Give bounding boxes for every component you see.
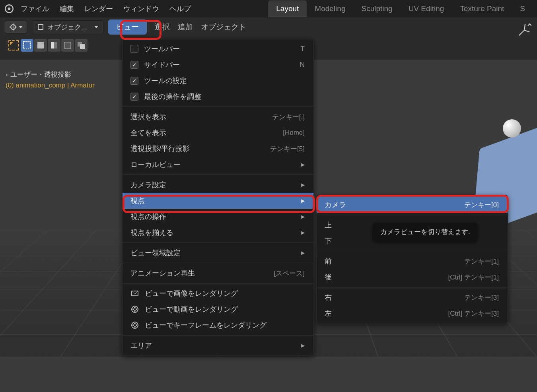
menu-item[interactable]: 前テンキー[1] bbox=[317, 253, 508, 269]
svg-rect-5 bbox=[38, 25, 43, 29]
submenu-arrow-icon: ▶ bbox=[301, 214, 305, 219]
menu-item[interactable]: ビューで画像をレンダリング bbox=[123, 285, 313, 301]
menu-item-label: ビューで動画をレンダリング bbox=[145, 305, 238, 314]
menu-item-label: 右 bbox=[325, 293, 332, 302]
menu-item[interactable]: 右テンキー[3] bbox=[317, 289, 508, 305]
topbar: ファイル 編集 レンダー ウィンドウ ヘルプ Layout Modeling S… bbox=[0, 0, 537, 17]
viewport-scene-label: animation_comp | Armatur bbox=[14, 82, 95, 89]
submenu-arrow-icon: ▶ bbox=[301, 182, 305, 188]
menu-item-shortcut: N bbox=[300, 61, 305, 69]
menu-help[interactable]: ヘルプ bbox=[169, 4, 191, 14]
object-menu[interactable]: オブジェクト bbox=[201, 22, 246, 32]
submenu-arrow-icon: ▶ bbox=[301, 162, 305, 167]
menu-separator bbox=[317, 215, 508, 215]
menu-item-label: ビューで画像をレンダリング bbox=[145, 289, 238, 298]
select-box-tool[interactable] bbox=[21, 39, 33, 52]
svg-point-15 bbox=[132, 309, 134, 310]
checkbox-icon bbox=[130, 61, 138, 69]
select-invert-tool[interactable] bbox=[48, 39, 60, 52]
render-video-icon bbox=[130, 305, 139, 314]
select-subtract-tool[interactable] bbox=[61, 39, 74, 52]
svg-point-23 bbox=[134, 326, 136, 328]
viewport-scene-prefix: (0) bbox=[6, 82, 14, 89]
mode-selector[interactable]: オブジェク... bbox=[32, 20, 103, 34]
view-menu-button[interactable]: ビュー bbox=[108, 19, 147, 35]
menu-item[interactable]: 透視投影/平行投影テンキー[5] bbox=[123, 141, 313, 157]
menu-item-label: 視点の操作 bbox=[130, 212, 166, 221]
menu-item-label: 後 bbox=[325, 272, 332, 282]
tab-uvediting[interactable]: UV Editing bbox=[401, 0, 452, 17]
menu-item-shortcut: [スペース] bbox=[274, 269, 305, 278]
object-mode-icon bbox=[37, 23, 44, 31]
checkbox-icon bbox=[130, 77, 138, 85]
select-intersect-tool[interactable] bbox=[75, 39, 88, 52]
menu-item[interactable]: サイドバーN bbox=[123, 57, 313, 73]
menu-file[interactable]: ファイル bbox=[21, 4, 49, 14]
submenu-arrow-icon: ▶ bbox=[301, 198, 305, 204]
editor-type-button[interactable] bbox=[5, 21, 27, 33]
chevron-down-icon bbox=[19, 26, 23, 28]
blender-logo-icon[interactable] bbox=[4, 4, 14, 14]
menu-window[interactable]: ウィンドウ bbox=[123, 4, 159, 14]
viewport-info-overlay: › ユーザー・透視投影 (0) animation_comp | Armatur bbox=[6, 70, 95, 89]
tab-truncated[interactable]: S bbox=[512, 0, 533, 17]
menu-item[interactable]: 全てを表示[Home] bbox=[123, 125, 313, 141]
menu-item-label: ローカルビュー bbox=[130, 160, 181, 169]
tab-sculpting[interactable]: Sculpting bbox=[353, 0, 400, 17]
submenu-arrow-icon: ▶ bbox=[301, 250, 305, 256]
menu-item-label: アニメーション再生 bbox=[130, 268, 195, 278]
svg-point-21 bbox=[136, 324, 137, 326]
menu-item[interactable]: 視点▶ bbox=[123, 193, 313, 209]
menu-item[interactable]: ビューで動画をレンダリング bbox=[123, 301, 313, 317]
svg-rect-6 bbox=[23, 42, 31, 49]
select-tweak-tool[interactable] bbox=[7, 39, 20, 52]
overlay-expand-icon[interactable]: › bbox=[6, 71, 8, 78]
menu-item[interactable]: ツールの設定 bbox=[123, 73, 313, 89]
menu-item[interactable]: ビュー領域設定▶ bbox=[123, 245, 313, 261]
view-dropdown-menu: ツールバーTサイドバーNツールの設定最後の操作を調整選択を表示テンキー[.]全て… bbox=[122, 39, 314, 355]
select-menu[interactable]: 選択 bbox=[155, 22, 170, 32]
menu-item[interactable]: 選択を表示テンキー[.] bbox=[123, 109, 313, 125]
tab-modeling[interactable]: Modeling bbox=[307, 0, 353, 17]
menu-item-label: 視点を揃える bbox=[130, 228, 173, 237]
menu-item[interactable]: ビューでキーフレームをレンダリング bbox=[123, 317, 313, 333]
menu-item[interactable]: カメラ設定▶ bbox=[123, 177, 313, 193]
add-menu[interactable]: 追加 bbox=[178, 22, 193, 32]
menu-item-label: 上 bbox=[325, 220, 332, 230]
menu-item-shortcut: テンキー[5] bbox=[270, 144, 305, 153]
svg-point-16 bbox=[136, 309, 137, 310]
menu-item[interactable]: アニメーション再生[スペース] bbox=[123, 265, 313, 281]
menu-separator bbox=[123, 175, 313, 175]
menu-item-shortcut: [Ctrl] テンキー[1] bbox=[448, 273, 499, 282]
menu-item-label: カメラ bbox=[325, 200, 346, 210]
menu-separator bbox=[123, 263, 313, 263]
menu-item-label: 下 bbox=[325, 236, 332, 246]
menu-item[interactable]: 最後の操作を調整 bbox=[123, 89, 313, 105]
menu-item-label: 全てを表示 bbox=[130, 128, 166, 138]
menu-item[interactable]: 視点を揃える▶ bbox=[123, 225, 313, 241]
menu-item-shortcut: テンキー[0] bbox=[464, 200, 499, 210]
menu-item[interactable]: 後[Ctrl] テンキー[1] bbox=[317, 269, 508, 285]
menu-item[interactable]: ツールバーT bbox=[123, 41, 313, 57]
select-solid-tool[interactable] bbox=[34, 39, 47, 52]
menu-separator bbox=[317, 251, 508, 251]
file-menu-group: ファイル 編集 レンダー ウィンドウ ヘルプ bbox=[21, 4, 191, 14]
tab-layout[interactable]: Layout bbox=[268, 0, 307, 17]
menu-item-shortcut: テンキー[1] bbox=[464, 257, 499, 266]
menu-item[interactable]: ローカルビュー▶ bbox=[123, 157, 313, 173]
menu-item-label: ツールの設定 bbox=[144, 76, 187, 85]
menu-item[interactable]: 左[Ctrl] テンキー[3] bbox=[317, 305, 508, 321]
menu-item-label: 前 bbox=[325, 256, 332, 266]
menu-render[interactable]: レンダー bbox=[84, 4, 113, 14]
tab-texturepaint[interactable]: Texture Paint bbox=[452, 0, 512, 17]
menu-item[interactable]: 視点の操作▶ bbox=[123, 209, 313, 225]
menu-edit[interactable]: 編集 bbox=[60, 4, 74, 14]
axes-toggle-icon[interactable] bbox=[517, 23, 531, 37]
svg-point-22 bbox=[134, 323, 136, 324]
menu-item[interactable]: カメラテンキー[0] bbox=[317, 197, 508, 213]
menu-item[interactable]: エリア▶ bbox=[123, 338, 313, 353]
menu-separator bbox=[123, 335, 313, 336]
menu-item-label: サイドバー bbox=[144, 60, 180, 70]
menu-separator bbox=[317, 287, 508, 287]
menu-item-label: カメラ設定 bbox=[130, 180, 166, 190]
